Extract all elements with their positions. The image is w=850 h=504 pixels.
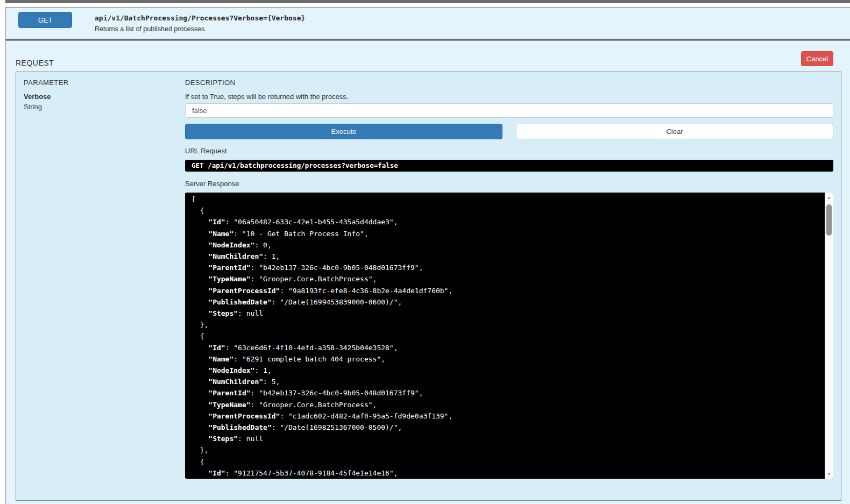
url-request-display: GET /api/v1/batchprocessing/processes?ve… (185, 160, 833, 172)
parameter-description: If set to True, steps will be returned w… (185, 93, 348, 101)
scrollbar-up-arrow-icon[interactable]: ▲ (825, 194, 833, 201)
request-section-title: REQUEST (16, 59, 54, 67)
code-line: "TypeName": "Grooper.Core.BatchProcess", (192, 273, 825, 285)
code-line: "PublishedDate": "/Date(1698251367000-05… (192, 422, 825, 433)
code-line: [ (192, 194, 825, 205)
parameter-column-header: PARAMETER (24, 79, 69, 87)
execute-button[interactable]: Execute (185, 124, 502, 139)
code-line: { (192, 205, 825, 216)
scrollbar-down-arrow-icon[interactable]: ▼ (825, 470, 833, 478)
cancel-button[interactable]: Cancel (801, 51, 833, 66)
code-line: "Name": "10 - Get Batch Process Info", (192, 228, 825, 239)
code-line: "Id": "06a50482-633c-42e1-b455-435a5d4dd… (192, 216, 825, 228)
top-accent-bar (5, 0, 850, 3)
parameter-type: String (24, 103, 42, 111)
description-column-header: DESCRIPTION (185, 79, 235, 87)
code-line: "NodeIndex": 1, (192, 365, 825, 376)
url-request-label: URL Request (185, 147, 227, 155)
parameters-panel: PARAMETER DESCRIPTION Verbose String If … (16, 72, 841, 501)
code-line: "ParentId": "b42eb137-326c-4bc0-9b05-048… (192, 387, 825, 399)
server-response-box: [ { "Id": "06a50482-633c-42e1-b455-435a5… (185, 193, 833, 479)
server-response-code[interactable]: [ { "Id": "06a50482-633c-42e1-b455-435a5… (185, 193, 825, 479)
code-line: "NumChildren": 5, (192, 376, 825, 387)
code-line: }, (192, 444, 825, 456)
request-panel: REQUEST Cancel PARAMETER DESCRIPTION Ver… (5, 40, 850, 504)
endpoint-header: GET api/v1/BatchProcessing/Processes?Ver… (5, 7, 850, 40)
code-line: "Steps": null (192, 308, 825, 319)
code-line: "ParentId": "b42eb137-326c-4bc0-9b05-048… (192, 262, 825, 273)
code-line: "ParentProcessId": "9a8193fc-efe8-4c36-8… (192, 285, 825, 296)
code-line: "ParentProcessId": "c1adc602-d482-4af0-9… (192, 410, 825, 422)
endpoint-summary: Returns a list of published processes. (95, 25, 207, 33)
code-line: "TypeName": "Grooper.Core.BatchProcess", (192, 399, 825, 410)
verbose-value-input[interactable] (185, 103, 833, 118)
endpoint-path: api/v1/BatchProcessing/Processes?Verbose… (95, 14, 305, 22)
code-line: "PublishedDate": "/Date(1699453839000-06… (192, 296, 825, 308)
code-line: }, (192, 319, 825, 330)
server-response-label: Server Response (185, 180, 239, 188)
http-method-badge[interactable]: GET (18, 12, 72, 28)
parameter-name: Verbose (24, 93, 51, 101)
code-line: { (192, 330, 825, 342)
clear-button[interactable]: Clear (516, 124, 833, 139)
code-line: "Id": "63ce6d6f-4f10-4efd-a358-3425b04e3… (192, 342, 825, 353)
response-scrollbar[interactable]: ▲ ▼ (825, 193, 833, 479)
code-line: "Steps": null (192, 433, 825, 444)
code-line: "Name": "6291 complete batch 404 process… (192, 353, 825, 365)
code-line: "NumChildren": 1, (192, 251, 825, 262)
scrollbar-thumb[interactable] (826, 204, 832, 236)
code-line: "Id": "91217547-5b37-4078-9184-45f4e1e14… (192, 467, 825, 479)
code-line: { (192, 456, 825, 467)
code-line: "NodeIndex": 0, (192, 239, 825, 251)
